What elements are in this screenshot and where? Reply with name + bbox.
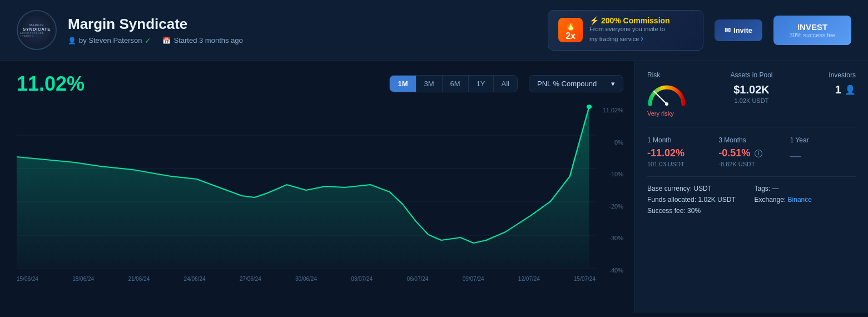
invest-sub: 30% success fee — [789, 32, 836, 38]
pnl-dropdown[interactable]: PNL % Compound ▾ — [529, 75, 623, 92]
x-label-8: 09/07/24 — [463, 276, 484, 282]
right-panel: Risk — [634, 61, 868, 313]
filter-3m[interactable]: 3M — [416, 76, 443, 92]
risk-col: Risk — [647, 71, 705, 117]
exchange-value: Binance — [788, 196, 812, 204]
y-label-0: 0% — [596, 139, 623, 146]
invite-button[interactable]: ✉ Invite — [715, 19, 762, 41]
funds-label: Funds allocated: — [647, 196, 696, 204]
investors-col: Investors 1 👤 — [798, 71, 856, 117]
author-meta: 👤 by Steven Paterson ✓ — [68, 36, 151, 45]
header-meta: 👤 by Steven Paterson ✓ 📅 Started 3 month… — [68, 36, 537, 45]
investors-number: 1 — [835, 83, 841, 96]
commission-banner: 🔥 2x ⚡ 200% Commission From everyone you… — [548, 10, 703, 51]
filter-1m[interactable]: 1M — [390, 76, 416, 92]
x-label-5: 30/06/24 — [295, 276, 317, 282]
one-month-usdt: 101.03 USDT — [647, 161, 713, 167]
three-months-value: -0.51% i — [718, 147, 784, 159]
one-year-col: 1 Year — — [790, 136, 856, 167]
risk-label: Risk — [647, 71, 660, 79]
header: MARGIN SYNDICATE ARCHITECTURE TRADING Ma… — [0, 0, 868, 61]
stats-top: Risk — [647, 71, 856, 127]
commission-arrow: › — [641, 34, 643, 43]
three-months-col: 3 Months -0.51% i -8.82K USDT — [718, 136, 784, 167]
y-label-top: 11.02% — [596, 107, 623, 113]
success-fee-label: Success fee: — [647, 207, 686, 215]
commission-desc: From everyone you invite tomy trading se… — [589, 25, 693, 44]
one-month-value: -11.02% — [647, 147, 713, 159]
commission-fire-badge: 🔥 2x — [558, 18, 583, 42]
started-meta: 📅 Started 3 months ago — [162, 36, 242, 44]
one-month-label: 1 Month — [647, 136, 713, 144]
investors-value: 1 👤 — [835, 83, 856, 96]
calendar-icon: 📅 — [162, 37, 171, 44]
details-grid: Base currency: USDT Tags: — Funds alloca… — [647, 185, 856, 215]
assets-col: Assets in Pool $1.02K 1.02K USDT — [711, 71, 792, 117]
investor-icon: 👤 — [845, 85, 856, 95]
svg-line-7 — [654, 91, 667, 104]
tags-value: — — [772, 185, 779, 192]
y-label-neg10: -10% — [596, 171, 623, 177]
svg-point-6 — [587, 105, 592, 109]
assets-value: $1.02K — [733, 83, 770, 96]
funds-value: 1.02K USDT — [698, 196, 735, 204]
assets-usdt: 1.02K USDT — [735, 97, 769, 104]
page-title: Margin Syndicate — [68, 16, 537, 33]
invite-icon: ✉ — [725, 26, 731, 34]
filter-6m[interactable]: 6M — [443, 76, 469, 92]
x-label-0: 15/06/24 — [17, 276, 38, 282]
x-label-4: 27/06/24 — [240, 276, 261, 282]
pnl-dropdown-label: PNL % Compound — [537, 80, 597, 88]
commission-title: ⚡ 200% Commission — [589, 16, 693, 25]
very-risky-text: Very risky — [647, 110, 674, 117]
x-label-7: 06/07/24 — [406, 276, 428, 282]
logo-avatar: MARGIN SYNDICATE ARCHITECTURE TRADING — [17, 10, 57, 50]
header-info: Margin Syndicate 👤 by Steven Paterson ✓ … — [68, 16, 537, 45]
tags-label: Tags: — [755, 185, 771, 192]
y-label-neg40: -40% — [596, 267, 623, 274]
x-label-2: 21/06/24 — [128, 276, 150, 282]
one-year-label: 1 Year — [790, 136, 856, 144]
filter-1y[interactable]: 1Y — [469, 76, 494, 92]
invite-label: Invite — [733, 26, 752, 34]
time-filters: 1M 3M 6M 1Y All — [389, 75, 518, 92]
chart-container: 11.02% 0% -10% -20% -30% -40% — [17, 104, 623, 276]
risk-gauge — [647, 85, 686, 108]
tags-item: Tags: — — [755, 185, 856, 192]
x-label-1: 18/06/24 — [72, 276, 94, 282]
person-icon: 👤 — [68, 37, 76, 44]
author-text: by Steven Paterson — [79, 36, 142, 44]
commission-text: ⚡ 200% Commission From everyone you invi… — [589, 16, 693, 44]
funds-allocated-item: Funds allocated: 1.02K USDT — [647, 196, 749, 204]
success-fee-value: 30% — [687, 207, 701, 215]
exchange-item: Exchange: Binance — [755, 196, 856, 204]
chart-y-labels: 11.02% 0% -10% -20% -30% -40% — [596, 104, 623, 276]
chart-section: 11.02% 1M 3M 6M 1Y All PNL % Compound ▾ … — [0, 61, 634, 313]
investors-label: Investors — [829, 71, 856, 79]
assets-label: Assets in Pool — [730, 71, 772, 79]
info-icon: i — [755, 150, 762, 157]
one-year-value: — — [790, 150, 856, 162]
one-month-col: 1 Month -11.02% 101.03 USDT — [647, 136, 713, 167]
base-currency-item: Base currency: USDT — [647, 185, 749, 192]
invest-button[interactable]: INVEST 30% success fee — [773, 16, 851, 45]
chart-svg — [17, 104, 596, 271]
verified-badge: ✓ — [145, 36, 151, 45]
x-label-3: 24/06/24 — [184, 276, 206, 282]
chevron-down-icon: ▾ — [611, 80, 615, 88]
x-label-10: 15/07/24 — [574, 276, 596, 282]
base-currency-value: USDT — [693, 185, 712, 192]
three-months-usdt: -8.82K USDT — [718, 161, 784, 167]
chart-header: 11.02% 1M 3M 6M 1Y All PNL % Compound ▾ — [17, 72, 623, 96]
commission-2x: 2x — [566, 31, 576, 41]
exchange-label: Exchange: — [755, 196, 786, 204]
filter-all[interactable]: All — [494, 76, 517, 92]
started-text: Started 3 months ago — [173, 36, 242, 44]
x-label-9: 12/07/24 — [518, 276, 540, 282]
y-label-neg20: -20% — [596, 203, 623, 210]
invest-label: INVEST — [797, 22, 827, 32]
main-content: 11.02% 1M 3M 6M 1Y All PNL % Compound ▾ … — [0, 61, 868, 313]
base-currency-label: Base currency: — [647, 185, 692, 192]
success-fee-item: Success fee: 30% — [647, 207, 749, 215]
pnl-value: 11.02% — [17, 72, 85, 96]
